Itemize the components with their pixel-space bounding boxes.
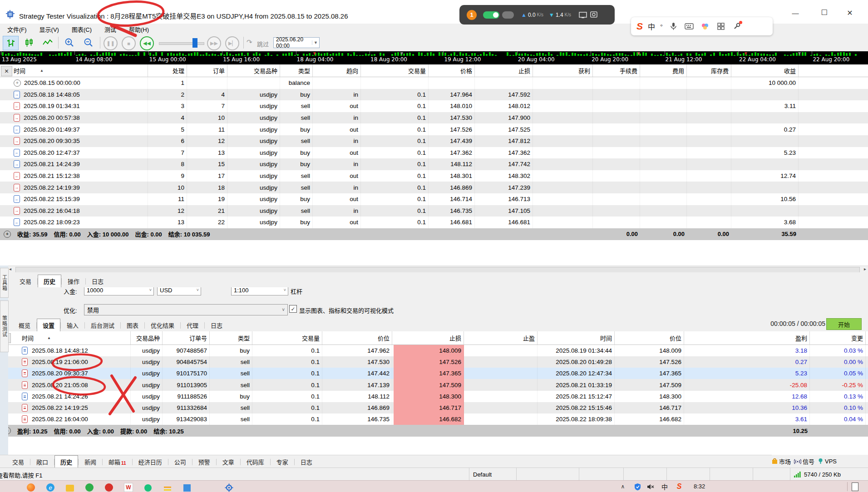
bar-chart-icon[interactable] <box>3 36 19 50</box>
table-row[interactable]: →2025.08.22 16:04:181221usdjpysellin0.11… <box>0 205 868 217</box>
column-header[interactable]: 处理 <box>150 64 187 77</box>
toolbox-tab-11[interactable]: 专家 <box>271 455 294 468</box>
column-header[interactable]: 费用 <box>642 64 687 77</box>
table-row[interactable]: →2025.08.21 14:24:39815usdjpybuyin0.1148… <box>0 158 868 170</box>
ime-mode-indicator[interactable]: 中 <box>659 481 670 492</box>
toolbox-tab-9[interactable]: 文章 <box>217 455 240 468</box>
leverage-combobox[interactable]: 1:100 ˅ <box>231 287 288 295</box>
menu-item[interactable]: 图表(C) <box>72 25 92 34</box>
column-header[interactable]: 价位 <box>324 331 392 344</box>
chevron-down-icon[interactable]: ˅ <box>282 307 287 312</box>
sogou-tray-icon[interactable]: S <box>674 481 685 492</box>
column-header[interactable]: 交易品种 <box>229 64 280 77</box>
column-header[interactable]: 交易品种 <box>132 331 163 344</box>
toolbox-tab-8[interactable]: 预警 <box>192 455 216 468</box>
toolbox-tab-3[interactable]: 历史 <box>54 455 78 468</box>
toolbox-tab-2[interactable]: 敞口 <box>30 455 54 468</box>
candlestick-icon[interactable] <box>21 36 36 49</box>
column-header[interactable]: 止盈 <box>465 331 538 344</box>
toolbox-tab-7[interactable]: 公司 <box>168 455 192 468</box>
sidebar-item-tester[interactable]: 策略测试 <box>0 300 9 352</box>
toggle-on-icon[interactable] <box>483 11 499 19</box>
tray-expand-icon[interactable]: ∧ <box>617 481 628 492</box>
scroll-right-icon[interactable]: ▸ <box>864 266 866 271</box>
notification-center-icon[interactable] <box>852 482 858 491</box>
horizontal-scrollbar[interactable]: ◂ ▸ <box>8 266 868 273</box>
close-panel-icon[interactable]: ✕ <box>1 66 12 76</box>
toolbox-right-item-2[interactable]: 信号 <box>794 457 814 466</box>
viz-tab-2[interactable]: 历史 <box>38 275 61 287</box>
column-header[interactable]: 交易量 <box>254 331 322 344</box>
toolbox-right-item-1[interactable]: 市场 <box>772 457 791 466</box>
currency-combobox[interactable]: USD ˅ <box>157 287 201 295</box>
column-header[interactable]: 止损 <box>477 64 533 77</box>
tester-tab-2[interactable]: 设置 <box>37 319 60 331</box>
toolbox-tab-10[interactable]: 代码库 <box>241 455 270 468</box>
tester-tab-3[interactable]: 输入 <box>61 319 84 331</box>
green-app-icon[interactable] <box>84 482 95 492</box>
tester-tab-5[interactable]: 图表 <box>121 319 144 331</box>
expand-icon[interactable]: + <box>4 231 11 238</box>
table-row[interactable]: ←2025.08.20 01:49:37511usdjpybuyout0.114… <box>0 123 868 135</box>
column-header[interactable]: 类型 <box>282 64 313 77</box>
table-row[interactable]: 2025.08.18 14:48:12usdjpy907488567buy0.1… <box>0 345 868 356</box>
tester-tab-4[interactable]: 后台测试 <box>85 319 120 331</box>
status-connection-cell[interactable]: 5740 / 250 Kb <box>790 468 868 481</box>
rewind-icon[interactable]: ◀◀ <box>140 36 154 50</box>
column-header[interactable]: 趋向 <box>315 64 361 77</box>
close-button[interactable]: ✕ <box>843 9 857 17</box>
wps-icon[interactable]: W <box>123 482 134 492</box>
column-header[interactable]: 类型 <box>211 331 252 344</box>
speaker-muted-icon[interactable] <box>646 481 656 492</box>
tester-tab-6[interactable]: 优化结果 <box>145 319 180 331</box>
table-row[interactable]: 2025.08.21 14:24:26usdjpy911188526buy0.1… <box>0 391 868 402</box>
blue-square-app-icon[interactable] <box>182 482 192 492</box>
column-header[interactable]: 订单 <box>189 64 227 77</box>
menu-item[interactable]: 帮助(H) <box>129 25 149 34</box>
viz-tab-1[interactable]: 交易 <box>14 275 37 287</box>
shield-icon[interactable] <box>632 481 643 492</box>
table-row[interactable]: →2025.08.22 14:19:391018usdjpysellin0.11… <box>0 182 868 193</box>
tester-tab-7[interactable]: 代理 <box>181 319 204 331</box>
toolbox-tab-1[interactable]: 交易 <box>6 455 30 468</box>
minimize-button[interactable]: — <box>788 9 803 17</box>
column-header[interactable]: 时间▲ <box>14 64 148 77</box>
table-row[interactable]: →2025.08.18 14:48:0524usdjpybuyin0.1147.… <box>0 89 868 101</box>
column-header[interactable]: 止损 <box>394 331 464 344</box>
ime-punct-icon[interactable]: ° <box>660 23 663 30</box>
table-row[interactable]: 2025.08.20 09:30:37usdjpy910175170sell0.… <box>0 368 868 379</box>
table-row[interactable]: 2025.08.22 16:04:00usdjpy913429083sell0.… <box>0 413 868 425</box>
tester-tab-8[interactable]: 日志 <box>205 319 228 331</box>
toggle-off-icon[interactable] <box>502 11 514 19</box>
visual-mode-checkbox[interactable]: ✓ <box>289 305 297 313</box>
settings-gear-icon[interactable] <box>223 482 234 492</box>
viz-tab-4[interactable]: 日志 <box>86 275 109 287</box>
toolbox-right-item-3[interactable]: VPS <box>818 458 837 465</box>
chevron-down-icon[interactable]: ˅ <box>149 288 153 292</box>
column-header[interactable]: 获利 <box>535 64 593 77</box>
folder-app-icon[interactable] <box>64 482 75 492</box>
menu-item[interactable]: 测试 <box>104 25 116 34</box>
speed-slider-handle[interactable] <box>192 38 197 48</box>
column-header[interactable]: 盈利 <box>686 331 810 344</box>
tester-tab-1[interactable]: 概览 <box>13 319 36 331</box>
table-row[interactable]: →2025.08.20 09:30:35612usdjpysellin0.114… <box>0 135 868 147</box>
keyboard-icon[interactable] <box>684 21 695 32</box>
toolbox-tab-4[interactable]: 新闻 <box>79 455 102 468</box>
table-row[interactable]: ←2025.08.20 12:47:37713usdjpybuyout0.114… <box>0 147 868 159</box>
column-header[interactable]: 手续费 <box>595 64 640 77</box>
table-row[interactable]: +2025.08.15 00:00:001balance10 000.00 <box>0 77 868 89</box>
table-row[interactable]: ←2025.08.19 01:34:3137usdjpysellout0.114… <box>0 100 868 112</box>
deposit-combobox[interactable]: 10000 ˅ <box>84 287 154 295</box>
column-header[interactable]: 收益 <box>733 64 799 77</box>
netspeed-overlay[interactable]: 1 ▲ 0.0 K/s ▼ 1.4 K/s <box>459 5 615 25</box>
sidebar-item-toolbox[interactable]: 工具箱 <box>0 268 9 298</box>
column-header[interactable]: 交易量 <box>363 64 429 77</box>
scroll-left-icon[interactable]: ◂ <box>9 266 11 271</box>
skin-flower-icon[interactable] <box>700 21 710 32</box>
sogou-logo-icon[interactable]: S <box>636 21 643 32</box>
menu-item[interactable]: 文件(F) <box>7 25 27 34</box>
table-row[interactable]: →2025.08.20 00:57:38410usdjpysellin0.114… <box>0 112 868 124</box>
column-header[interactable]: 订单号 <box>164 331 210 344</box>
red-app-icon[interactable] <box>104 482 114 492</box>
